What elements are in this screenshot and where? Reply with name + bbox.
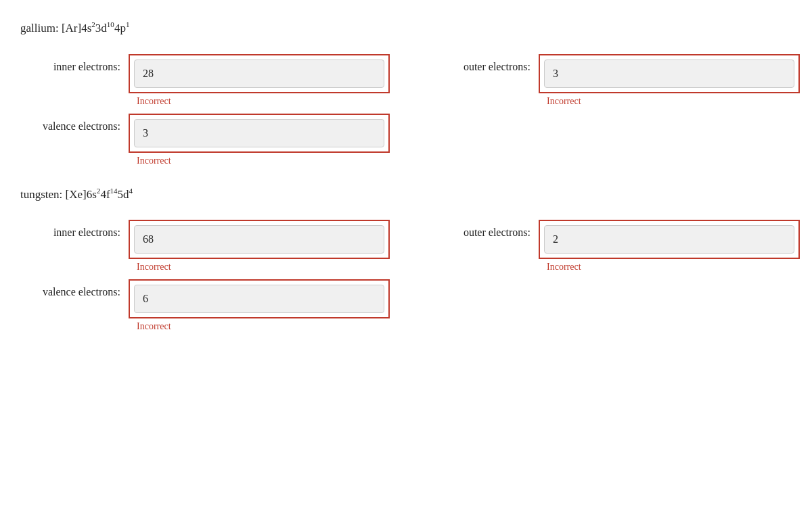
gallium-outer-input[interactable]: 3 <box>544 60 794 88</box>
gallium-outer-group: outer electrons: 3 Incorrect <box>430 54 800 107</box>
tungsten-outer-input-wrapper: 2 <box>539 220 800 259</box>
gallium-inner-status: Incorrect <box>137 96 390 107</box>
gallium-section: gallium: [Ar]4s23d104p1 inner electrons:… <box>20 20 792 166</box>
tungsten-top-row: inner electrons: 68 Incorrect outer elec… <box>20 220 792 272</box>
gallium-inner-input-wrapper: 28 <box>129 54 390 93</box>
tungsten-inner-status: Incorrect <box>137 262 390 272</box>
tungsten-inner-label: inner electrons: <box>20 220 129 239</box>
tungsten-valence-input-wrapper: 6 <box>129 279 390 318</box>
tungsten-valence-group: valence electrons: 6 Incorrect <box>20 279 792 332</box>
tungsten-outer-status: Incorrect <box>547 262 800 272</box>
gallium-valence-label: valence electrons: <box>20 114 129 133</box>
tungsten-inner-input[interactable]: 68 <box>134 225 384 254</box>
tungsten-outer-label: outer electrons: <box>430 220 539 239</box>
gallium-inner-field: inner electrons: 28 <box>20 54 390 93</box>
tungsten-inner-field: inner electrons: 68 <box>20 220 390 259</box>
tungsten-inner-group: inner electrons: 68 Incorrect <box>20 220 390 272</box>
gallium-outer-label: outer electrons: <box>430 54 539 73</box>
tungsten-valence-status: Incorrect <box>137 321 792 332</box>
gallium-top-row: inner electrons: 28 Incorrect outer elec… <box>20 54 792 107</box>
gallium-valence-input-wrapper: 3 <box>129 114 390 153</box>
gallium-inner-label: inner electrons: <box>20 54 129 73</box>
gallium-valence-input[interactable]: 3 <box>134 119 384 147</box>
tungsten-valence-input[interactable]: 6 <box>134 285 384 313</box>
gallium-valence-status: Incorrect <box>137 156 792 166</box>
gallium-outer-input-wrapper: 3 <box>539 54 800 93</box>
tungsten-outer-group: outer electrons: 2 Incorrect <box>430 220 800 272</box>
gallium-valence-field: valence electrons: 3 <box>20 114 792 153</box>
tungsten-section: tungsten: [Xe]6s24f145d4 inner electrons… <box>20 187 792 333</box>
gallium-title: gallium: [Ar]4s23d104p1 <box>20 20 792 35</box>
tungsten-valence-label: valence electrons: <box>20 279 129 298</box>
gallium-valence-group: valence electrons: 3 Incorrect <box>20 114 792 166</box>
tungsten-inner-input-wrapper: 68 <box>129 220 390 259</box>
tungsten-valence-field: valence electrons: 6 <box>20 279 792 318</box>
gallium-inner-input[interactable]: 28 <box>134 60 384 88</box>
tungsten-outer-field: outer electrons: 2 <box>430 220 800 259</box>
gallium-inner-group: inner electrons: 28 Incorrect <box>20 54 390 107</box>
tungsten-title: tungsten: [Xe]6s24f145d4 <box>20 187 792 201</box>
tungsten-outer-input[interactable]: 2 <box>544 225 794 254</box>
gallium-outer-status: Incorrect <box>547 96 800 107</box>
gallium-outer-field: outer electrons: 3 <box>430 54 800 93</box>
